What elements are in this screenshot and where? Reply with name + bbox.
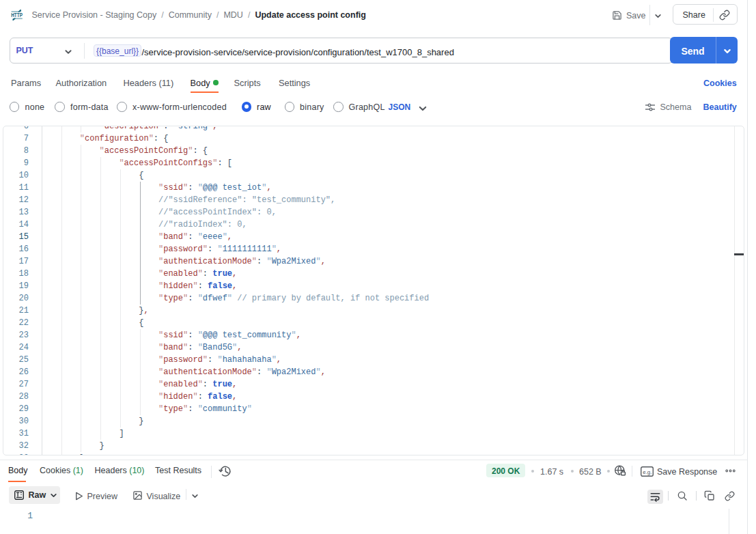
svg-text:e.g.: e.g. [643,469,652,475]
svg-text:HTTP: HTTP [11,12,23,18]
